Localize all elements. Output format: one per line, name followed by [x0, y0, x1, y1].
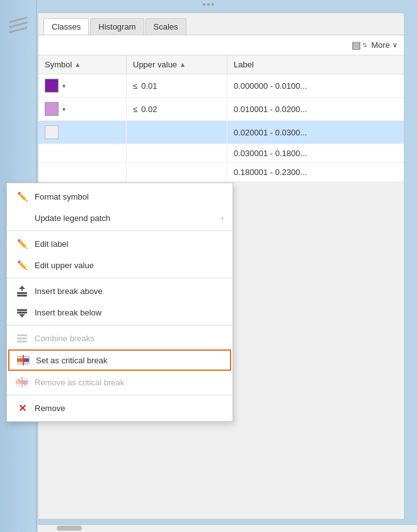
chevron-down-icon: ∨ — [392, 41, 397, 49]
menu-item-remove-critical-break: Remove as critical break — [7, 371, 232, 393]
tab-scales[interactable]: Scales — [146, 18, 186, 35]
toolbar-sort-icon: ⇅ — [362, 42, 367, 48]
swatch-dropdown[interactable]: ▾ — [62, 82, 66, 89]
x-icon: ✕ — [16, 402, 28, 414]
svg-rect-5 — [17, 312, 27, 314]
table-row[interactable]: ▾ ≤ 0.01 0.000000 - 0.0100... — [38, 74, 404, 98]
horizontal-scrollbar[interactable] — [38, 524, 417, 532]
label-cell: 0.020001 - 0.0300... — [227, 121, 404, 144]
symbol-cell: ▾ — [38, 98, 127, 120]
menu-item-update-legend-patch[interactable]: Update legend patch › — [7, 207, 232, 229]
svg-rect-12 — [17, 358, 23, 361]
menu-item-set-critical-break[interactable]: Set as critical break — [8, 349, 231, 371]
col-header-upper-value: Upper value ▲ — [127, 55, 227, 74]
separator — [7, 230, 232, 231]
symbol-cell — [38, 163, 127, 181]
col-header-label: Label — [227, 55, 404, 74]
toolbar-row: ▤ ⇅ More ∨ — [38, 35, 404, 55]
drag-handle — [203, 3, 214, 6]
more-label: More — [371, 40, 390, 50]
svg-rect-8 — [17, 334, 27, 336]
combine-icon — [16, 332, 28, 344]
sidebar-decorative — [9, 19, 28, 31]
svg-marker-3 — [19, 286, 25, 289]
menu-item-format-symbol[interactable]: ✏️ Format symbol — [7, 186, 232, 207]
color-swatch — [45, 79, 59, 93]
menu-item-edit-upper-value[interactable]: ✏️ Edit upper value — [7, 254, 232, 276]
upper-value-cell: ≤ 0.01 — [127, 74, 227, 97]
separator — [7, 278, 232, 278]
symbol-cell — [38, 121, 127, 144]
svg-rect-10 — [17, 341, 27, 342]
menu-item-edit-label[interactable]: ✏️ Edit label — [7, 233, 232, 254]
table-row[interactable]: 0.030001 - 0.1800... — [38, 144, 404, 163]
more-button[interactable]: More ∨ — [371, 40, 397, 50]
label-cell: 0.180001 - 0.2300... — [227, 163, 404, 181]
tabs-bar: Classes Histogram Scales — [38, 13, 404, 35]
symbol-cell: ▾ — [38, 74, 127, 97]
insert-above-icon — [16, 285, 28, 297]
upper-value-cell — [127, 163, 227, 181]
sort-arrow-symbol: ▲ — [74, 61, 81, 68]
pencil-icon: ✏️ — [16, 237, 28, 250]
insert-below-icon — [16, 306, 28, 319]
table-body: ▾ ≤ 0.01 0.000000 - 0.0100... ▾ ≤ 0.02 0… — [38, 74, 404, 182]
svg-rect-0 — [17, 292, 27, 294]
table-row[interactable]: ▾ ≤ 0.02 0.010001 - 0.0200... — [38, 98, 404, 121]
upper-value-cell — [127, 121, 227, 144]
context-menu: ✏️ Format symbol Update legend patch › ✏… — [6, 183, 233, 422]
menu-item-remove[interactable]: ✕ Remove — [7, 397, 232, 419]
tab-classes[interactable]: Classes — [43, 18, 89, 35]
svg-rect-4 — [17, 309, 27, 311]
remove-critical-icon — [16, 376, 28, 388]
upper-value-cell: ≤ 0.02 — [127, 98, 227, 120]
svg-rect-1 — [17, 295, 27, 297]
symbol-cell — [38, 144, 127, 162]
table-row[interactable]: 0.020001 - 0.0300... — [38, 121, 404, 144]
menu-item-insert-break-below[interactable]: Insert break below — [7, 302, 232, 323]
color-swatch — [45, 102, 59, 116]
svg-rect-13 — [23, 358, 29, 361]
grid-icon-btn[interactable]: ▤ ⇅ — [351, 39, 367, 51]
separator — [7, 395, 232, 395]
table-row[interactable]: 0.180001 - 0.2300... — [38, 163, 404, 182]
grid-icon: ▤ — [351, 39, 361, 51]
tab-histogram[interactable]: Histogram — [90, 18, 144, 35]
swatch-dropdown[interactable]: ▾ — [62, 106, 66, 113]
svg-marker-7 — [19, 314, 25, 317]
label-cell: 0.010001 - 0.0200... — [227, 98, 404, 120]
sort-arrow-upper: ▲ — [180, 61, 186, 68]
upper-value-cell — [127, 144, 227, 162]
menu-item-insert-break-above[interactable]: Insert break above — [7, 280, 232, 302]
pencil-icon: ✏️ — [16, 259, 28, 271]
col-header-symbol: Symbol ▲ — [38, 55, 127, 74]
color-swatch — [45, 125, 59, 139]
label-cell: 0.000000 - 0.0100... — [227, 74, 404, 97]
critical-break-icon — [17, 354, 30, 366]
separator — [7, 325, 232, 325]
pencil-icon: ✏️ — [16, 190, 28, 203]
label-cell: 0.030001 - 0.1800... — [227, 144, 404, 162]
table-header: Symbol ▲ Upper value ▲ Label — [38, 55, 404, 74]
legend-patch-icon — [16, 212, 28, 224]
svg-rect-9 — [17, 337, 27, 339]
menu-item-combine-breaks: Combine breaks — [7, 327, 232, 349]
submenu-arrow-icon: › — [221, 214, 224, 222]
scrollbar-thumb[interactable] — [57, 526, 82, 531]
